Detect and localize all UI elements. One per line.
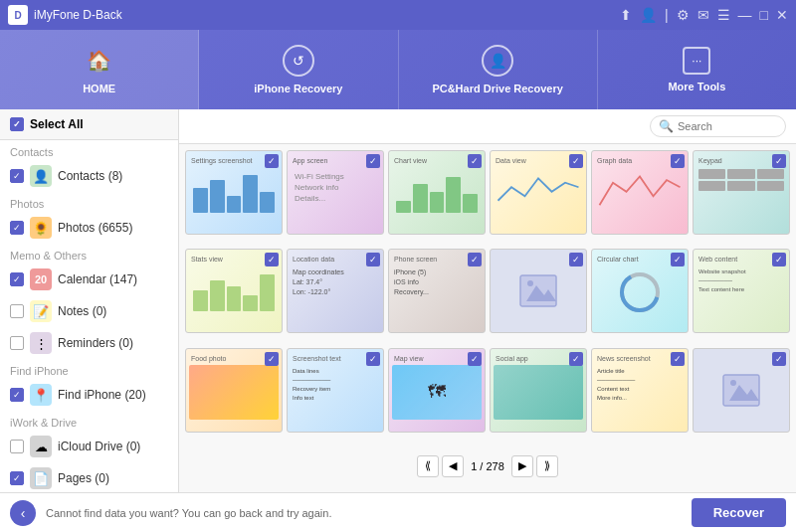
more-tools-icon: ··· <box>683 47 710 75</box>
section-iwork-label: iWork & Drive <box>0 411 178 431</box>
svg-point-7 <box>730 380 736 386</box>
sidebar-item-notes[interactable]: 📝 Notes (0) <box>0 295 178 327</box>
thumbnail-item[interactable]: ✓ Web content Website snapshot────────Te… <box>693 249 790 333</box>
sidebar-item-reminders[interactable]: ⋮ Reminders (0) <box>0 327 178 359</box>
close-button[interactable]: ✕ <box>776 7 788 23</box>
pages-icon: 📄 <box>30 467 52 489</box>
thumb-check[interactable]: ✓ <box>265 154 279 168</box>
thumbnail-item[interactable]: ✓ Map view 🗺 <box>388 348 486 433</box>
thumbnail-item[interactable]: ✓ Social app <box>490 348 587 433</box>
nav-home-label: HOME <box>83 83 115 94</box>
prev-page-btn[interactable]: ◀ <box>442 455 464 477</box>
sidebar-item-photos[interactable]: ✓ 🌻 Photos (6655) <box>0 212 178 244</box>
sidebar-item-findphone[interactable]: ✓ 📍 Find iPhone (20) <box>0 379 178 411</box>
thumb-check[interactable]: ✓ <box>366 352 380 366</box>
thumbnail-placeholder[interactable]: ✓ <box>490 249 587 333</box>
thumb-check[interactable]: ✓ <box>366 154 380 168</box>
pages-checkbox[interactable]: ✓ <box>10 471 24 485</box>
settings-icon[interactable]: ⚙ <box>677 7 690 23</box>
last-page-btn[interactable]: ⟫ <box>536 455 558 477</box>
select-all-label: Select All <box>30 117 84 131</box>
thumbnail-item[interactable]: ✓ Location data Map coordinatesLat: 37.4… <box>287 249 384 333</box>
thumb-check[interactable]: ✓ <box>468 253 482 266</box>
thumbnail-item[interactable]: ✓ Circular chart <box>591 249 689 333</box>
bottom-message: Cannot find data you want? You can go ba… <box>46 507 682 519</box>
thumbnail-placeholder[interactable]: ✓ <box>693 348 790 433</box>
back-button[interactable]: ‹ <box>10 500 36 526</box>
reminders-label: Reminders (0) <box>58 336 168 350</box>
icloud-checkbox[interactable] <box>10 440 24 453</box>
main-content: ✓ Select All Contacts ✓ 👤 Contacts (8) P… <box>0 109 796 492</box>
thumbnail-item[interactable]: ✓ Data view <box>490 150 587 235</box>
photos-checkbox[interactable]: ✓ <box>10 221 24 235</box>
content-toolbar: 🔍 <box>179 109 796 144</box>
thumb-check[interactable]: ✓ <box>265 352 279 366</box>
thumb-check[interactable]: ✓ <box>671 154 685 168</box>
calendar-checkbox[interactable]: ✓ <box>10 272 24 286</box>
thumb-check[interactable]: ✓ <box>569 253 583 266</box>
minimize-button[interactable]: — <box>738 7 752 23</box>
sidebar-item-calendar[interactable]: ✓ 20 Calendar (147) <box>0 264 178 295</box>
sidebar-item-pages[interactable]: ✓ 📄 Pages (0) <box>0 462 178 492</box>
notes-checkbox[interactable] <box>10 304 24 318</box>
recover-button[interactable]: Recover <box>692 498 786 527</box>
pages-label: Pages (0) <box>58 471 168 485</box>
reminders-checkbox[interactable] <box>10 336 24 350</box>
message-icon[interactable]: ✉ <box>697 7 709 23</box>
select-all-row[interactable]: ✓ Select All <box>0 109 178 140</box>
share-icon[interactable]: ⬆ <box>620 7 632 23</box>
thumbnail-item[interactable]: ✓ Food photo <box>185 348 283 433</box>
search-input[interactable] <box>678 120 777 132</box>
thumb-check[interactable]: ✓ <box>772 253 786 266</box>
thumb-check[interactable]: ✓ <box>366 253 380 266</box>
notes-icon: 📝 <box>30 300 52 322</box>
maximize-button[interactable]: □ <box>760 7 768 23</box>
nav-home[interactable]: 🏠 HOME <box>0 30 199 109</box>
home-icon: 🏠 <box>84 45 115 77</box>
photos-label: Photos (6655) <box>58 221 168 235</box>
thumbnail-item[interactable]: ✓ Phone screen iPhone (5)iOS infoRecover… <box>388 249 486 333</box>
thumbnail-item[interactable]: ✓ Graph data <box>591 150 689 235</box>
thumbnail-item[interactable]: ✓ Screenshot text Data lines─────────Rec… <box>287 348 384 433</box>
user-icon[interactable]: 👤 <box>640 7 657 23</box>
thumb-check[interactable]: ✓ <box>772 352 786 366</box>
sidebar-item-icloud[interactable]: ☁ iCloud Drive (0) <box>0 431 178 462</box>
thumb-check[interactable]: ✓ <box>468 154 482 168</box>
sidebar: ✓ Select All Contacts ✓ 👤 Contacts (8) P… <box>0 109 179 492</box>
section-memo-label: Memo & Others <box>0 244 178 264</box>
nav-pc-drive[interactable]: 👤 PC&Hard Drive Recovery <box>399 30 598 109</box>
select-all-checkbox[interactable]: ✓ <box>10 117 24 131</box>
findphone-checkbox[interactable]: ✓ <box>10 388 24 402</box>
divider: | <box>665 7 669 23</box>
first-page-btn[interactable]: ⟪ <box>417 455 439 477</box>
menu-icon[interactable]: ☰ <box>717 7 730 23</box>
sidebar-item-contacts[interactable]: ✓ 👤 Contacts (8) <box>0 160 178 192</box>
thumb-check[interactable]: ✓ <box>671 253 685 266</box>
next-page-btn[interactable]: ▶ <box>511 455 533 477</box>
nav-bar: 🏠 HOME ↺ iPhone Recovery 👤 PC&Hard Drive… <box>0 30 796 109</box>
thumb-check[interactable]: ✓ <box>569 154 583 168</box>
contacts-label: Contacts (8) <box>58 169 168 183</box>
pc-drive-icon: 👤 <box>482 45 513 77</box>
app-logo: D <box>8 5 28 25</box>
thumbnail-item[interactable]: ✓ Keypad <box>693 150 790 235</box>
contacts-checkbox[interactable]: ✓ <box>10 169 24 183</box>
thumb-check[interactable]: ✓ <box>265 253 279 266</box>
thumb-check[interactable]: ✓ <box>468 352 482 366</box>
thumbnail-item[interactable]: ✓ Chart view <box>388 150 486 235</box>
nav-more-tools[interactable]: ··· More Tools <box>598 30 796 109</box>
section-contacts-label: Contacts <box>0 140 178 160</box>
nav-iphone-recovery[interactable]: ↺ iPhone Recovery <box>199 30 398 109</box>
title-bar: D iMyFone D-Back ⬆ 👤 | ⚙ ✉ ☰ — □ ✕ <box>0 0 796 30</box>
thumb-check[interactable]: ✓ <box>772 154 786 168</box>
search-box[interactable]: 🔍 <box>650 115 786 137</box>
thumb-check[interactable]: ✓ <box>569 352 583 366</box>
calendar-icon: 20 <box>30 268 52 290</box>
thumbnail-item[interactable]: ✓ App screen Wi-Fi SettingsNetwork infoD… <box>287 150 384 235</box>
thumb-check[interactable]: ✓ <box>671 352 685 366</box>
thumbnail-item[interactable]: ✓ Stats view <box>185 249 283 333</box>
thumbnail-item[interactable]: ✓ News screenshot Article title─────────… <box>591 348 689 433</box>
section-findphone-label: Find iPhone <box>0 359 178 379</box>
thumbnail-item[interactable]: ✓ Settings screenshot <box>185 150 283 235</box>
svg-point-2 <box>527 280 533 286</box>
